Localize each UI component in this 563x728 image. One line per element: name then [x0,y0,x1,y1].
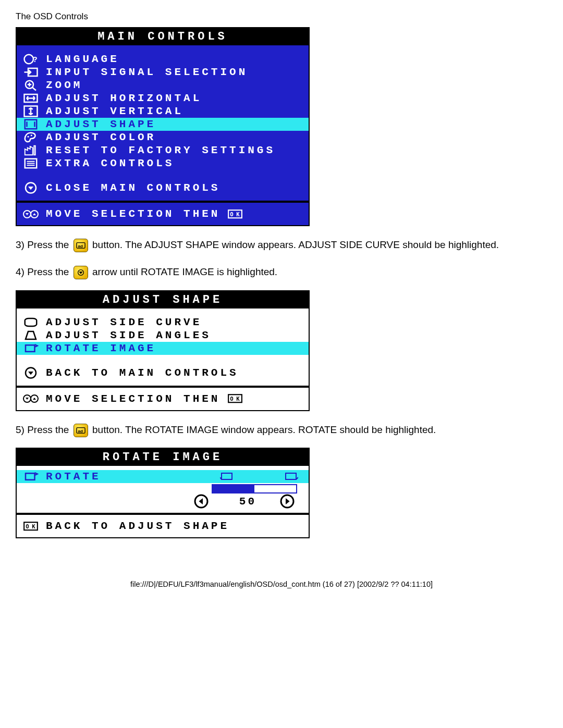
factory-icon [23,145,39,156]
rotate-image-footer: OK BACK TO ADJUST SHAPE [17,513,309,537]
ok-button-icon: ad [74,424,88,437]
svg-rect-35 [286,473,296,479]
menu-label: ADJUST SIDE CURVE [46,316,202,328]
svg-text:?: ? [33,56,39,65]
svg-point-11 [31,134,32,136]
rotate-value-row: 50 [17,495,309,509]
ok-box-icon: OK [227,393,243,404]
rotate-icon [23,342,39,354]
svg-rect-34 [222,473,232,479]
menu-label: ROTATE [46,471,101,483]
menu-item-reset-factory[interactable]: RESET TO FACTORY SETTINGS [17,144,309,157]
menu-item-back[interactable]: BACK TO MAIN CONTROLS [17,366,309,379]
rotate-value-bar [212,484,297,493]
step4-mid: arrow until ROTATE IMAGE is highlighted. [92,266,277,277]
step-5: 5) Press the ad button. The ROTATE IMAGE… [16,422,537,438]
menu-label: BACK TO MAIN CONTROLS [46,367,239,379]
rotate-value: 50 [239,496,256,508]
side-angles-icon [23,329,39,341]
menu-item-adjust-horizontal[interactable]: ADJUST HORIZONTAL [17,92,309,105]
rotate-icon [23,471,39,482]
rotate-preview-icons [220,471,298,482]
adjust-shape-osd: ADJUST SHAPE ADJUST SIDE CURVE ADJUST SI… [16,290,310,411]
adjust-shape-title: ADJUST SHAPE [17,291,309,309]
svg-text:OK: OK [230,211,243,218]
up-down-circle-icon [23,393,39,404]
menu-label: ZOOM [46,79,82,91]
svg-point-10 [28,136,29,138]
menu-label: ADJUST VERTICAL [46,105,183,117]
rotate-image-title: ROTATE IMAGE [17,449,309,466]
down-circle-icon [23,182,39,194]
rotate-image-osd: ROTATE IMAGE ROTATE 50 [16,448,310,538]
arrows-v-icon [23,106,39,117]
svg-text:OK: OK [230,396,243,402]
step4-prefix: 4) Press the [16,266,72,277]
extra-icon [23,158,39,169]
menu-label: RESET TO FACTORY SETTINGS [46,144,275,156]
page-header: The OSD Controls [16,11,547,22]
step-4: 4) Press the arrow until ROTATE IMAGE is… [16,264,537,280]
menu-label: ADJUST COLOR [46,131,156,143]
left-circle-icon[interactable] [193,496,209,507]
ok-box-icon: OK [23,520,39,532]
menu-label: CLOSE MAIN CONTROLS [46,182,220,194]
step3-mid: button. The ADJUST SHAPE window appears.… [92,239,499,250]
globe-question-icon: ? [23,54,39,65]
menu-label: LANGUAGE [46,53,119,65]
svg-text:ad: ad [78,244,82,249]
menu-item-rotate-image[interactable]: ROTATE IMAGE [17,342,309,355]
menu-item-input-signal[interactable]: INPUT SIGNAL SELECTION [17,66,309,79]
step5-mid: button. The ROTATE IMAGE window appears.… [92,424,436,435]
shape-icon [23,119,39,130]
footer-text: BACK TO ADJUST SHAPE [46,520,229,532]
menu-item-adjust-color[interactable]: ADJUST COLOR [17,131,309,144]
arrows-h-icon [23,93,39,104]
menu-item-close[interactable]: CLOSE MAIN CONTROLS [17,181,309,194]
right-circle-icon[interactable] [279,496,295,507]
menu-label: ADJUST SIDE ANGLES [46,329,211,341]
main-controls-osd: MAIN CONTROLS ? LANGUAGE INPUT SIGNAL SE… [16,27,310,226]
svg-rect-33 [26,473,35,480]
menu-label: ADJUST HORIZONTAL [46,92,202,104]
rotate-bar-row [17,483,309,495]
menu-item-side-angles[interactable]: ADJUST SIDE ANGLES [17,329,309,342]
menu-item-zoom[interactable]: ZOOM [17,79,309,92]
menu-item-adjust-vertical[interactable]: ADJUST VERTICAL [17,105,309,118]
side-curve-icon [23,316,39,328]
down-circle-icon [23,367,39,378]
menu-item-rotate[interactable]: ROTATE [17,470,309,483]
menu-item-adjust-shape[interactable]: ADJUST SHAPE [17,118,309,131]
main-controls-title: MAIN CONTROLS [17,28,309,45]
footer-text: MOVE SELECTION THEN [46,393,220,405]
step5-prefix: 5) Press the [16,424,72,435]
up-down-circle-icon [23,208,39,220]
menu-item-language[interactable]: ? LANGUAGE [17,53,309,66]
ok-box-icon: OK [227,208,243,220]
svg-text:OK: OK [26,523,38,530]
svg-text:ad: ad [78,428,82,433]
input-arrow-icon [23,67,39,78]
svg-point-0 [25,55,34,64]
step3-prefix: 3) Press the [16,239,72,250]
menu-label: ADJUST SHAPE [46,118,156,130]
menu-label: EXTRA CONTROLS [46,157,174,169]
footer-text: MOVE SELECTION THEN [46,208,220,220]
step-3: 3) Press the ad button. The ADJUST SHAPE… [16,237,537,253]
svg-line-4 [32,87,36,90]
palette-icon [23,132,39,143]
main-controls-footer: MOVE SELECTION THEN OK [17,201,309,225]
menu-item-side-curve[interactable]: ADJUST SIDE CURVE [17,316,309,329]
svg-rect-24 [25,318,37,326]
adjust-shape-footer: MOVE SELECTION THEN OK [17,386,309,410]
ok-button-icon: ad [74,239,88,252]
svg-rect-25 [26,345,35,352]
menu-label: INPUT SIGNAL SELECTION [46,66,248,78]
page-footer: file:///D|/EDFU/LF3/lf3manual/english/OS… [16,580,547,588]
menu-label: ROTATE IMAGE [46,342,156,354]
down-arrow-button-icon [74,266,88,279]
menu-item-extra-controls[interactable]: EXTRA CONTROLS [17,157,309,170]
magnify-plus-icon [23,80,39,91]
